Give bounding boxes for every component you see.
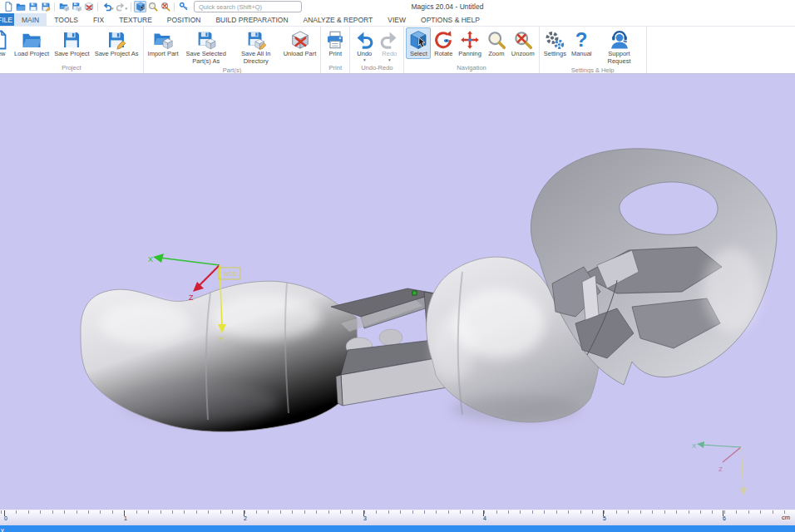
tab-analyze-report[interactable]: ANALYZE & REPORT <box>296 13 381 26</box>
select-cube-cursor-icon <box>408 30 428 50</box>
cube-red-x-icon <box>290 30 310 50</box>
load-project-button[interactable]: Load Project <box>12 27 52 59</box>
save-project-icon[interactable] <box>27 1 39 12</box>
save-project-as-icon[interactable] <box>39 1 52 12</box>
save-project-as-button[interactable]: Save Project As <box>92 27 141 59</box>
ruler-number: 1 <box>124 515 127 521</box>
redo-dropdown-caret-icon: ▾ <box>388 58 391 62</box>
svg-text:Y: Y <box>219 335 224 343</box>
tab-options-help[interactable]: OPTIONS & HELP <box>413 13 487 26</box>
magics-application-window: ▾ ▾ Magics 20.04 - Untitled FILE MAIN TO… <box>0 0 795 532</box>
import-part-icon[interactable] <box>57 1 70 12</box>
tab-texture[interactable]: TEXTURE <box>111 13 160 26</box>
redo-button[interactable]: Redo ▾ <box>377 27 402 63</box>
tab-position[interactable]: POSITION <box>160 13 209 26</box>
rotate-arrow-icon <box>433 30 453 50</box>
toolbar-separator <box>97 2 98 12</box>
ruler-number: 5 <box>603 515 606 521</box>
svg-text:X: X <box>148 255 153 264</box>
tab-fix[interactable]: FIX <box>86 13 111 26</box>
undo-dropdown-caret-icon[interactable]: ▾ <box>363 58 366 62</box>
floppy-cube-pencil-icon <box>246 30 266 50</box>
svg-text:Z: Z <box>718 466 723 473</box>
folder-open-icon <box>22 30 42 50</box>
3d-viewport[interactable]: X Z Y WCS X Z <box>0 74 795 510</box>
group-caption-parts: Part(s) <box>146 66 319 74</box>
quick-search-input[interactable] <box>194 1 302 12</box>
print-button[interactable]: Print <box>323 27 348 59</box>
save-selected-part-icon[interactable] <box>70 1 82 12</box>
magnifier-icon <box>486 30 506 50</box>
tab-build-preparation[interactable]: BUILD PREPARATION <box>208 13 295 26</box>
redo-dropdown-caret-icon[interactable]: ▾ <box>126 6 128 11</box>
toolbar-separator <box>174 2 175 12</box>
import-part-button[interactable]: Import Part <box>146 27 181 59</box>
magnifier-red-x-icon <box>513 30 533 50</box>
ribbon-group-print: Print Print <box>321 27 350 73</box>
tab-view[interactable]: VIEW <box>380 13 413 26</box>
floppy-disk-icon <box>62 30 81 50</box>
new-document-icon[interactable] <box>2 1 14 12</box>
model-left-arch <box>81 281 358 431</box>
ruler-minor-ticks <box>0 510 795 514</box>
unzoom-icon[interactable] <box>159 1 171 12</box>
new-project-button[interactable]: New <box>0 27 12 59</box>
horizontal-ruler: 0 1 2 3 4 5 6 cm <box>0 510 795 525</box>
ribbon-tab-bar: FILE MAIN TOOLS FIX TEXTURE POSITION BUI… <box>0 13 795 27</box>
save-project-button[interactable]: Save Project <box>52 27 92 59</box>
ribbon-group-undo-redo: Undo ▾ Redo ▾ Undo-Redo <box>350 27 404 73</box>
ribbon-group-settings-help: Settings Manual Support Request Settings… <box>540 27 647 73</box>
group-caption-settings-help: Settings & Help <box>541 66 644 74</box>
redo-arrow-icon <box>379 30 399 50</box>
undo-dropdown-caret-icon[interactable]: ▾ <box>111 6 114 11</box>
title-bar: ▾ ▾ Magics 20.04 - Untitled <box>0 0 795 13</box>
unzoom-button[interactable]: Unzoom <box>509 27 537 59</box>
unload-part-button[interactable]: Unload Part <box>281 27 319 59</box>
ruler-number: 4 <box>483 515 486 521</box>
quick-search-key-icon[interactable] <box>177 1 190 12</box>
folder-cube-icon <box>153 30 173 50</box>
floppy-cube-icon <box>196 30 216 50</box>
question-mark-icon <box>571 30 591 50</box>
unload-part-icon[interactable] <box>82 1 95 12</box>
panning-button[interactable]: Panning <box>456 27 484 59</box>
toolbar-separator <box>54 2 55 12</box>
load-project-icon[interactable] <box>14 1 27 12</box>
svg-text:X: X <box>692 442 697 450</box>
zoom-icon[interactable] <box>146 1 159 12</box>
manual-button[interactable]: Manual <box>569 27 595 59</box>
new-document-icon <box>0 30 9 50</box>
tab-main[interactable]: MAIN <box>14 13 47 26</box>
select-button[interactable]: Select <box>406 27 431 59</box>
corner-axis-triad: X Z <box>692 441 747 495</box>
ribbon-group-navigation: Select Rotate Panning Zoom Unzoom <box>404 27 539 73</box>
tab-tools[interactable]: TOOLS <box>47 13 86 26</box>
group-caption-print: Print <box>323 63 348 73</box>
ribbon-group-parts: Import Part Save Selected Part(s) As Sav… <box>144 27 322 73</box>
support-request-button[interactable]: Support Request <box>595 27 644 66</box>
ruler-number: 0 <box>4 515 7 521</box>
pan-arrows-icon <box>460 30 480 50</box>
ruler-number: 2 <box>244 515 247 521</box>
undo-button[interactable]: Undo ▾ <box>352 27 377 63</box>
rotate-button[interactable]: Rotate <box>431 27 456 59</box>
status-bar: y <box>0 525 795 532</box>
ruler-unit-label: cm <box>782 514 790 521</box>
save-selected-parts-as-button[interactable]: Save Selected Part(s) As <box>181 27 231 66</box>
headset-person-icon <box>610 30 630 50</box>
printer-icon <box>325 30 345 50</box>
zoom-button[interactable]: Zoom <box>484 27 509 59</box>
dental-model-scene: X Z Y WCS X Z <box>0 74 795 510</box>
ruler-number: 6 <box>723 515 726 521</box>
group-caption-undo-redo: Undo-Redo <box>352 63 402 73</box>
svg-text:Z: Z <box>189 293 194 302</box>
ribbon: New Load Project Save Project Save Proje… <box>0 27 795 74</box>
ribbon-group-project: New Load Project Save Project Save Proje… <box>0 27 144 73</box>
undo-arrow-icon <box>354 30 374 50</box>
selection-marker-dot <box>412 291 417 295</box>
select-mode-icon[interactable] <box>134 1 146 12</box>
status-text: y <box>1 526 4 532</box>
tab-file[interactable]: FILE <box>0 13 14 26</box>
save-all-in-directory-button[interactable]: Save All In Directory <box>231 27 281 66</box>
settings-button[interactable]: Settings <box>541 27 569 59</box>
